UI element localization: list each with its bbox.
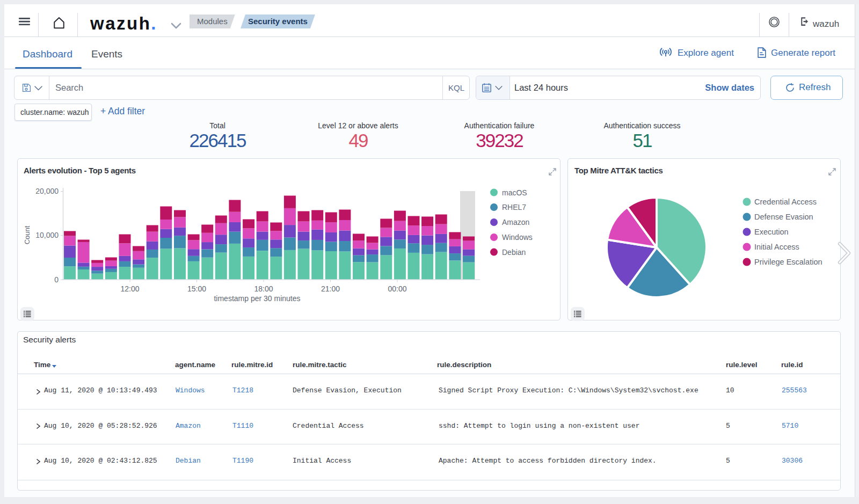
svg-text:Execution: Execution bbox=[754, 228, 789, 236]
svg-text:Initial Access: Initial Access bbox=[754, 243, 799, 251]
svg-text:12:00: 12:00 bbox=[120, 284, 139, 293]
svg-text:0: 0 bbox=[54, 275, 59, 284]
svg-text:Privilege Escalation: Privilege Escalation bbox=[754, 258, 822, 266]
svg-text:Defense Evasion: Defense Evasion bbox=[754, 213, 813, 221]
svg-text:20,000: 20,000 bbox=[35, 187, 59, 195]
svg-text:18:00: 18:00 bbox=[254, 284, 273, 293]
svg-text:Windows: Windows bbox=[502, 233, 533, 242]
svg-text:Count: Count bbox=[23, 225, 31, 244]
svg-text:macOS: macOS bbox=[502, 188, 527, 197]
svg-text:Credential Access: Credential Access bbox=[754, 198, 817, 206]
svg-text:21:00: 21:00 bbox=[321, 284, 340, 293]
svg-text:RHEL7: RHEL7 bbox=[502, 203, 526, 211]
svg-text:15:00: 15:00 bbox=[187, 284, 206, 293]
svg-text:10,000: 10,000 bbox=[35, 231, 59, 239]
svg-text:Debian: Debian bbox=[502, 248, 526, 257]
svg-text:Amazon: Amazon bbox=[502, 218, 529, 227]
svg-text:timestamp per 30 minutes: timestamp per 30 minutes bbox=[214, 294, 300, 303]
svg-text:00:00: 00:00 bbox=[388, 284, 406, 293]
